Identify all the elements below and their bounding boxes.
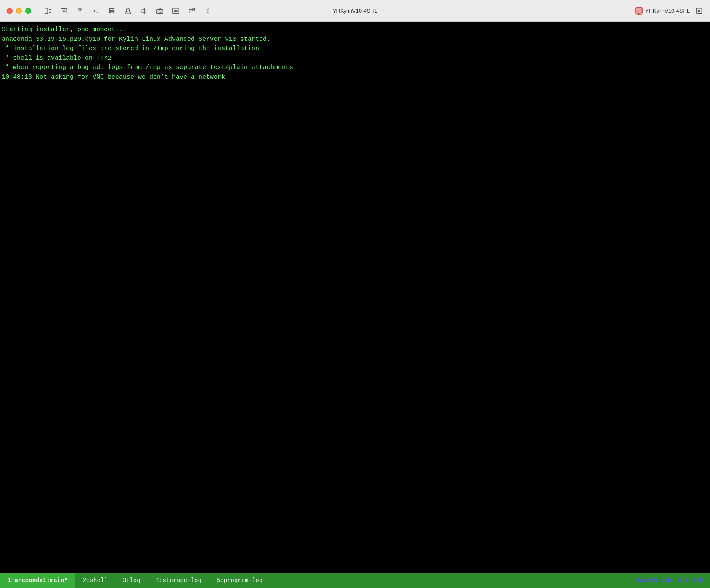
statusbar-tab-3[interactable]: 4:storage-log bbox=[148, 573, 209, 588]
titlebar: YHKylinV10-4SHL YHKylinV10-4SHL bbox=[0, 0, 710, 22]
share-icon[interactable] bbox=[188, 7, 196, 15]
svg-rect-0 bbox=[45, 8, 48, 13]
maximize-button[interactable] bbox=[25, 8, 31, 14]
terminal-line: * installation log files are stored in /… bbox=[2, 44, 708, 54]
back-icon[interactable] bbox=[204, 7, 212, 15]
statusbar-tabs: 1:anaconda1:main*2:shell3:log4:storage-l… bbox=[0, 573, 636, 588]
vm-name-label: YHKylinV10-4SHL bbox=[645, 8, 690, 14]
svg-rect-18 bbox=[636, 8, 642, 13]
statusbar-hint: Switch tab: Alt+Tab bbox=[636, 577, 710, 584]
terminal-line: Starting installer, one moment... bbox=[2, 25, 708, 35]
minimize-button[interactable] bbox=[16, 8, 22, 14]
settings-icon[interactable] bbox=[76, 7, 84, 15]
svg-rect-8 bbox=[110, 11, 113, 13]
statusbar-tab-2[interactable]: 3:log bbox=[115, 573, 148, 588]
window-control-icon[interactable] bbox=[695, 7, 703, 15]
titlebar-right: YHKylinV10-4SHL bbox=[635, 7, 710, 15]
list-icon[interactable] bbox=[172, 7, 180, 15]
terminal-output: Starting installer, one moment...anacond… bbox=[0, 22, 710, 573]
audio-icon[interactable] bbox=[140, 7, 148, 15]
svg-rect-4 bbox=[61, 8, 67, 13]
toolbar-icons bbox=[31, 7, 212, 15]
terminal-line: * shell is available on TTY2 bbox=[2, 54, 708, 64]
statusbar-tab-4[interactable]: 5:program-log bbox=[209, 573, 270, 588]
svg-rect-13 bbox=[173, 8, 179, 13]
svg-marker-10 bbox=[141, 8, 145, 13]
profile-icon[interactable] bbox=[124, 7, 132, 15]
svg-point-5 bbox=[63, 10, 65, 12]
display-icon[interactable] bbox=[92, 7, 100, 15]
vm-badge: YHKylinV10-4SHL bbox=[635, 7, 690, 15]
terminal-line: anaconda 33.19-15.p20.ky10 for Kylin Lin… bbox=[2, 35, 708, 45]
sidebar-toggle-icon[interactable] bbox=[44, 7, 52, 15]
terminal-line: 10:48:13 Not asking for VNC because we d… bbox=[2, 73, 708, 82]
close-button[interactable] bbox=[7, 8, 13, 14]
statusbar-tab-1[interactable]: 2:shell bbox=[75, 573, 115, 588]
screenshot-icon[interactable] bbox=[60, 7, 68, 15]
svg-point-12 bbox=[159, 11, 161, 13]
window-title: YHKylinV10-4SHL bbox=[333, 8, 377, 14]
statusbar-tab-0[interactable]: 1:anaconda1:main* bbox=[0, 573, 75, 588]
statusbar: 1:anaconda1:main*2:shell3:log4:storage-l… bbox=[0, 573, 710, 588]
traffic-lights bbox=[0, 8, 31, 14]
vm-icon bbox=[635, 7, 643, 15]
terminal-line: * when reporting a bug add logs from /tm… bbox=[2, 63, 708, 73]
camera-icon[interactable] bbox=[156, 7, 164, 15]
print-icon[interactable] bbox=[108, 7, 116, 15]
